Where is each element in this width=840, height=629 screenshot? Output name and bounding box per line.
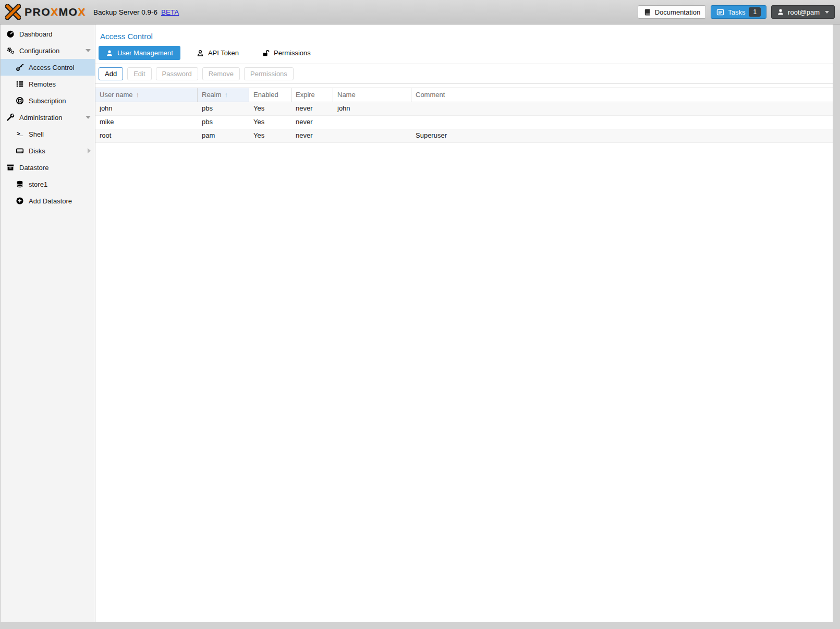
column-header-realm[interactable]: Realm xyxy=(198,88,249,102)
tasks-label: Tasks xyxy=(728,8,745,16)
table-header-row: User name Realm Enabled Expire Name Comm… xyxy=(95,88,833,102)
column-header-comment[interactable]: Comment xyxy=(411,88,833,102)
sidebar-item-label: Configuration xyxy=(19,47,59,55)
cell-user-name: mike xyxy=(95,116,198,129)
sidebar-item-label: Add Datastore xyxy=(29,197,72,205)
chevron-right-icon[interactable] xyxy=(88,148,91,153)
sidebar-item-subscription[interactable]: Subscription xyxy=(1,92,95,109)
user-outline-icon xyxy=(197,50,204,57)
sidebar-item-configuration[interactable]: Configuration xyxy=(1,42,95,59)
column-header-user-name[interactable]: User name xyxy=(95,88,198,102)
table-row-john[interactable]: john pbs Yes never john xyxy=(95,102,833,116)
sidebar-item-remotes[interactable]: Remotes xyxy=(1,76,95,92)
edit-button: Edit xyxy=(127,67,151,80)
proxmox-x-icon xyxy=(5,4,21,20)
user-table: User name Realm Enabled Expire Name Comm… xyxy=(95,88,833,143)
cell-name: john xyxy=(333,102,411,115)
cell-user-name: root xyxy=(95,129,198,142)
key-icon xyxy=(15,63,24,71)
toolbar: Add Edit Password Remove Permissions xyxy=(95,64,833,84)
add-button[interactable]: Add xyxy=(99,67,123,80)
unlock-icon xyxy=(262,50,270,57)
tab-user-management[interactable]: User Management xyxy=(99,46,180,60)
hdd-icon xyxy=(15,147,24,155)
cell-name xyxy=(333,116,411,129)
sidebar-item-access-control[interactable]: Access Control xyxy=(1,59,95,76)
user-menu-button[interactable]: root@pam xyxy=(771,5,835,19)
cell-enabled: Yes xyxy=(249,129,291,142)
tab-label: Permissions xyxy=(274,49,311,57)
cell-realm: pbs xyxy=(198,102,249,115)
chevron-down-icon[interactable] xyxy=(86,49,91,52)
cell-enabled: Yes xyxy=(249,116,291,129)
documentation-button[interactable]: Documentation xyxy=(638,5,706,19)
column-header-name[interactable]: Name xyxy=(333,88,411,102)
tab-api-token[interactable]: API Token xyxy=(189,46,246,60)
sidebar-item-label: Subscription xyxy=(29,97,66,105)
sidebar-item-disks[interactable]: Disks xyxy=(1,142,95,159)
cell-comment xyxy=(411,102,833,115)
cell-realm: pbs xyxy=(198,116,249,129)
user-icon xyxy=(106,50,113,57)
cell-user-name: john xyxy=(95,102,198,115)
sidebar-item-label: Remotes xyxy=(29,80,56,88)
sidebar-item-label: Access Control xyxy=(29,64,74,71)
sort-asc-icon xyxy=(133,91,140,99)
sidebar-item-label: Administration xyxy=(19,114,62,122)
column-header-enabled[interactable]: Enabled xyxy=(249,88,291,102)
user-avatar-icon xyxy=(777,8,784,16)
cell-comment: Superuser xyxy=(411,129,833,142)
sidebar-item-dashboard[interactable]: Dashboard xyxy=(1,26,95,42)
plus-circle-icon xyxy=(15,197,24,205)
sidebar-item-datastore[interactable]: Datastore xyxy=(1,159,95,176)
list-icon xyxy=(15,80,24,88)
beta-link[interactable]: BETA xyxy=(161,8,179,16)
wrench-icon xyxy=(6,113,15,122)
permissions-button: Permissions xyxy=(244,67,294,80)
tasks-count-badge: 1 xyxy=(749,7,761,17)
tab-label: API Token xyxy=(208,49,239,57)
sidebar-item-add-datastore[interactable]: Add Datastore xyxy=(1,192,95,209)
content-panel: Access Control User Management xyxy=(95,25,833,622)
tasks-button[interactable]: Tasks 1 xyxy=(711,5,766,19)
remove-button: Remove xyxy=(202,67,240,80)
cell-name xyxy=(333,129,411,142)
column-header-expire[interactable]: Expire xyxy=(291,88,333,102)
cell-expire: never xyxy=(291,102,333,115)
sidebar-item-label: Disks xyxy=(29,147,45,155)
tab-bar: User Management API Token xyxy=(95,41,833,64)
page-title: Access Control xyxy=(95,25,833,41)
chevron-down-icon[interactable] xyxy=(86,116,91,119)
password-button: Password xyxy=(156,67,198,80)
sidebar: Dashboard Configuration Access Control xyxy=(0,25,95,622)
archive-icon xyxy=(6,163,15,172)
database-icon xyxy=(15,180,24,188)
top-bar: PROXMOX Backup Server 0.9-6 BETA Documen… xyxy=(0,0,840,25)
sidebar-item-administration[interactable]: Administration xyxy=(1,109,95,126)
documentation-label: Documentation xyxy=(655,8,700,16)
sidebar-item-label: store1 xyxy=(29,180,47,188)
tab-label: User Management xyxy=(117,49,173,57)
table-row-root[interactable]: root pam Yes never Superuser xyxy=(95,129,833,143)
cell-enabled: Yes xyxy=(249,102,291,115)
life-ring-icon xyxy=(15,96,24,105)
book-icon xyxy=(643,8,651,16)
cell-expire: never xyxy=(291,116,333,129)
sidebar-item-shell[interactable]: >_ Shell xyxy=(1,126,95,142)
tab-permissions[interactable]: Permissions xyxy=(255,46,318,60)
cell-expire: never xyxy=(291,129,333,142)
sidebar-item-label: Dashboard xyxy=(19,30,53,38)
table-row-mike[interactable]: mike pbs Yes never xyxy=(95,116,833,129)
task-list-icon xyxy=(716,8,724,16)
proxmox-logo: PROXMOX xyxy=(5,4,86,20)
cogs-icon xyxy=(6,46,15,55)
cell-realm: pam xyxy=(198,129,249,142)
sort-asc-icon xyxy=(222,91,228,99)
proxmox-wordmark: PROXMOX xyxy=(25,6,86,18)
terminal-icon: >_ xyxy=(15,130,24,138)
user-menu-label: root@pam xyxy=(788,8,820,16)
cell-comment xyxy=(411,116,833,129)
gauge-icon xyxy=(6,30,15,38)
product-title: Backup Server 0.9-6 xyxy=(93,8,157,16)
sidebar-item-store1[interactable]: store1 xyxy=(1,176,95,192)
